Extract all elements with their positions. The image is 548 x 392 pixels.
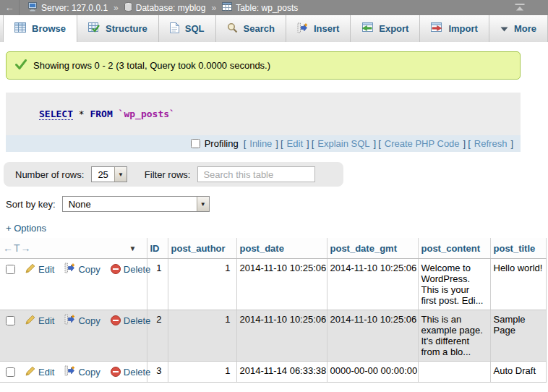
transpose-icon[interactable]: ←T→ [3,242,32,254]
bracket: [ [244,138,247,149]
edit-query-link[interactable]: Edit [287,138,303,149]
copy-row-link[interactable]: Copy [64,314,100,327]
tab-export-label: Export [379,23,408,34]
row-checkbox[interactable] [6,367,15,377]
profiling-checkbox[interactable] [191,139,200,148]
delete-row-link[interactable]: Delete [111,264,151,275]
table-icon [222,2,232,13]
column-header-post-author[interactable]: post_author [168,238,236,259]
copy-icon [64,263,75,276]
delete-label: Delete [124,315,151,326]
column-header-post-title[interactable]: post_title [490,238,546,259]
breadcrumb-table[interactable]: Table: wp_posts [222,2,298,13]
tab-search-label: Search [244,23,275,34]
tab-more[interactable]: More [489,15,548,42]
copy-label: Copy [78,264,100,275]
pencil-icon [25,366,35,378]
copy-label: Copy [78,367,100,378]
bracket: [ [312,138,314,149]
breadcrumb-server[interactable]: Server: 127.0.0.1 [28,2,108,14]
row-checkbox[interactable] [6,316,15,325]
breadcrumb-bar: ← Server: 127.0.0.1 » Database: myblog » [0,0,548,15]
sort-by-key-label: Sort by key: [6,199,56,210]
delete-row-link[interactable]: Delete [111,367,151,378]
edit-label: Edit [38,264,54,275]
import-icon [431,22,442,35]
column-header-id[interactable]: ID [147,238,168,259]
row-actions-cell: Edit Copy Delete [0,259,147,310]
actions-header-cell: ←T→ ▼ [0,238,147,259]
copy-row-link[interactable]: Copy [64,365,100,378]
cell-post-author: 1 [168,362,236,383]
breadcrumb-database-label: Database: myblog [136,3,206,13]
tab-insert[interactable]: Insert [286,15,351,42]
export-icon [361,22,373,35]
server-icon [28,2,38,14]
success-check-icon [15,59,27,72]
number-of-rows-value: 25 [92,169,114,180]
edit-row-link[interactable]: Edit [25,366,54,378]
cell-post-author: 1 [168,310,236,362]
delete-label: Delete [124,264,151,275]
edit-row-link[interactable]: Edit [25,263,54,276]
column-header-post-date[interactable]: post_date [236,238,327,259]
tab-insert-label: Insert [314,23,339,34]
tab-search[interactable]: Search [216,15,286,42]
inline-link[interactable]: Inline [249,138,272,149]
results-table: ←T→ ▼ ID post_author post_date post_date… [0,238,547,383]
tab-export[interactable]: Export [351,15,420,42]
edit-label: Edit [38,367,54,378]
tab-import[interactable]: Import [420,15,489,42]
number-of-rows-select[interactable]: 25 ▼ [91,166,127,182]
column-header-post-content[interactable]: post_content [418,238,490,259]
cell-post-title: Sample Page [490,310,546,362]
cell-post-author: 1 [168,259,236,310]
bracket: ] [275,138,278,149]
copy-row-link[interactable]: Copy [64,263,100,276]
table-row: Edit Copy Delete 3 1 2014-11-14 06:33:38… [0,362,546,383]
cell-post-content [418,362,490,383]
copy-icon [64,365,75,378]
column-menu-icon[interactable]: ▼ [129,244,137,252]
breadcrumb-table-label: Table: wp_posts [236,3,298,13]
options-toggle-link[interactable]: + Options [6,223,46,234]
back-arrow-icon[interactable]: ← [0,0,20,15]
bracket: ] [307,138,309,149]
edit-row-link[interactable]: Edit [25,315,54,327]
status-message-text: Showing rows 0 - 2 (3 total, Query took … [33,60,270,71]
copy-label: Copy [78,315,100,326]
table-row: Edit Copy Delete 1 1 2014-11-10 10:25:06… [0,259,546,310]
tab-structure[interactable]: Structure [77,15,159,42]
tab-browse[interactable]: Browse [3,15,77,42]
database-icon [124,2,132,14]
sql-icon [170,22,179,35]
tab-bar: Browse Structure SQL Search Insert Expor… [0,15,511,42]
structure-icon [88,22,100,35]
filter-rows-input[interactable] [197,166,315,182]
delete-icon [111,367,121,377]
cell-post-date: 2014-11-10 10:25:06 [236,259,327,310]
cell-post-content: This is an example page. It's different … [418,310,490,362]
breadcrumb: Server: 127.0.0.1 » Database: myblog » T… [20,2,298,14]
refresh-link[interactable]: Refresh [474,138,508,149]
status-message: Showing rows 0 - 2 (3 total, Query took … [6,51,521,80]
collapse-panel-icon[interactable] [515,4,525,12]
tab-sql[interactable]: SQL [159,15,216,42]
bracket: [ [378,138,381,149]
sql-keyword-select[interactable]: SELECT [39,108,73,120]
cell-post-date: 2014-11-10 10:25:06 [236,310,327,362]
delete-row-link[interactable]: Delete [111,315,151,326]
row-checkbox[interactable] [6,265,15,274]
cell-post-date-gmt: 2014-11-10 10:25:06 [327,310,418,362]
column-header-post-date-gmt[interactable]: post_date_gmt [327,238,418,259]
sql-query-box: SELECT * FROM `wp_posts` Profiling [ Inl… [6,93,521,152]
breadcrumb-separator: » [114,3,119,13]
delete-icon [111,264,121,274]
tab-sql-label: SQL [185,23,205,34]
sort-by-key-select[interactable]: None ▼ [62,196,210,212]
copy-icon [64,314,75,327]
create-php-code-link[interactable]: Create PHP Code [385,138,460,149]
cell-post-date-gmt: 2014-11-10 10:25:06 [327,259,418,310]
explain-sql-link[interactable]: Explain SQL [317,138,369,149]
breadcrumb-database[interactable]: Database: myblog [124,2,206,14]
